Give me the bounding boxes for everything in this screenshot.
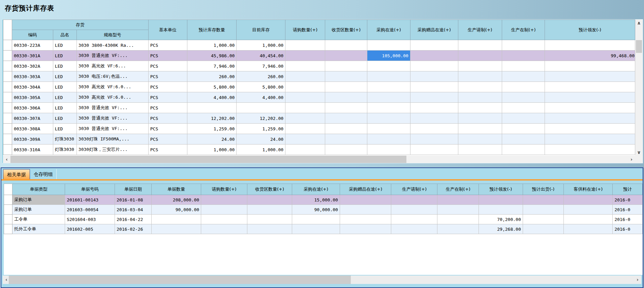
col-header[interactable]: 规格型号 (76, 30, 148, 40)
scroll-left-icon[interactable]: ‹ (3, 156, 10, 163)
cell[interactable] (325, 71, 367, 82)
cell[interactable]: 3030 高光效 VF:6... (76, 61, 148, 71)
cell[interactable] (325, 82, 367, 92)
cell[interactable] (564, 195, 613, 205)
cell[interactable]: 采购订单 (12, 195, 65, 205)
cell[interactable] (545, 124, 635, 134)
table-row[interactable]: 00330-306ALED3030 普通光效 VF:...PCS (3, 103, 635, 113)
cell[interactable] (502, 61, 545, 71)
cell[interactable]: 15,000.00 (292, 195, 340, 205)
cell[interactable] (285, 145, 325, 155)
cell[interactable] (458, 40, 502, 51)
cell[interactable] (367, 61, 410, 71)
col-header[interactable]: 生产在制(+) (437, 184, 479, 195)
cell[interactable] (285, 51, 325, 61)
table-row[interactable]: 00330-301ALED3030 普通光效 VF:...PCS45,986.0… (3, 51, 635, 61)
cell[interactable] (545, 113, 635, 124)
scroll-right-icon[interactable]: › (634, 276, 641, 284)
cell[interactable] (325, 61, 367, 71)
col-header[interactable]: 生产在制(+) (502, 20, 545, 40)
col-header[interactable]: 请购数量(+) (285, 20, 325, 40)
cell[interactable]: 12,202.00 (237, 113, 285, 124)
horizontal-scrollbar-thumb[interactable] (10, 156, 406, 163)
cell[interactable]: PCS (148, 51, 187, 61)
cell[interactable] (502, 103, 545, 113)
table-row[interactable]: 托外工令单201602-0052016-02-2629,268.002016-0 (4, 224, 643, 234)
row-header[interactable] (3, 51, 12, 61)
cell[interactable] (325, 113, 367, 124)
cell[interactable]: 00330-305A (12, 92, 53, 103)
col-header[interactable]: 单据数量 (152, 184, 201, 195)
cell[interactable] (545, 92, 635, 103)
cell[interactable] (201, 215, 247, 224)
cell[interactable] (410, 124, 458, 134)
cell[interactable]: 201602-005 (65, 224, 115, 234)
cell[interactable] (545, 145, 635, 155)
cell[interactable]: 4,400.00 (237, 92, 285, 103)
col-header[interactable]: 预计出货(-) (523, 184, 563, 195)
cell[interactable]: 3030 高光效 VF:6.0... (76, 92, 148, 103)
cell[interactable] (325, 103, 367, 113)
cell[interactable] (437, 195, 479, 205)
cell[interactable]: 00330-302A (12, 61, 53, 71)
cell[interactable]: 1,000.00 (237, 40, 285, 51)
cell[interactable]: LED (53, 82, 76, 92)
cell[interactable] (458, 134, 502, 145)
cell[interactable] (325, 145, 367, 155)
cell[interactable] (340, 224, 391, 234)
cell[interactable] (523, 205, 563, 215)
cell[interactable] (564, 215, 613, 224)
cell[interactable] (285, 82, 325, 92)
cell[interactable]: 工令单 (12, 215, 65, 224)
cell[interactable] (367, 40, 410, 51)
cell[interactable] (367, 92, 410, 103)
cell[interactable] (340, 215, 391, 224)
cell[interactable] (391, 195, 437, 205)
cell[interactable] (391, 205, 437, 215)
cell[interactable]: 1,000.00 (187, 40, 237, 51)
cell[interactable] (247, 195, 292, 205)
cell[interactable] (410, 82, 458, 92)
row-header[interactable] (3, 113, 12, 124)
cell[interactable] (502, 145, 545, 155)
cell[interactable]: 灯珠3030 (53, 134, 76, 145)
cell[interactable]: LED (53, 71, 76, 82)
cell[interactable] (410, 134, 458, 145)
cell[interactable]: 70,200.00 (479, 215, 523, 224)
col-header[interactable]: 单据日期 (115, 184, 152, 195)
cell[interactable] (410, 71, 458, 82)
cell[interactable] (564, 224, 613, 234)
cell[interactable] (458, 61, 502, 71)
cell[interactable]: 99,468.00 (545, 51, 635, 61)
cell[interactable] (502, 134, 545, 145)
cell[interactable] (201, 205, 247, 215)
cell[interactable]: 00330-308A (12, 124, 53, 134)
cell[interactable] (545, 134, 635, 145)
cell[interactable]: 7,946.00 (187, 61, 237, 71)
cell[interactable] (458, 103, 502, 113)
cell[interactable]: 00330-301A (12, 51, 53, 61)
cell[interactable] (247, 205, 292, 215)
col-header[interactable]: 请购数量(+) (201, 184, 247, 195)
cell[interactable] (458, 145, 502, 155)
cell[interactable]: 00330-310A (12, 145, 53, 155)
cell[interactable]: 3030 电压:6V;色温... (76, 71, 148, 82)
cell[interactable] (502, 113, 545, 124)
cell[interactable]: PCS (148, 82, 187, 92)
cell[interactable] (410, 113, 458, 124)
cell[interactable] (564, 205, 613, 215)
cell[interactable]: PCS (148, 40, 187, 51)
cell[interactable] (292, 215, 340, 224)
cell[interactable] (410, 145, 458, 155)
col-header[interactable]: 收货区数量(+) (325, 20, 367, 40)
cell[interactable]: 40,454.00 (237, 51, 285, 61)
cell[interactable]: 105,000.00 (367, 51, 410, 61)
col-header[interactable]: 预计 (613, 184, 643, 195)
cell[interactable] (437, 215, 479, 224)
cell[interactable] (545, 40, 635, 51)
cell[interactable] (545, 71, 635, 82)
cell[interactable] (367, 103, 410, 113)
table-row[interactable]: 工令单S201604-0032016-04-2270,200.002016-0 (4, 215, 643, 224)
cell[interactable]: 2016-01-08 (115, 195, 152, 205)
cell[interactable] (502, 92, 545, 103)
